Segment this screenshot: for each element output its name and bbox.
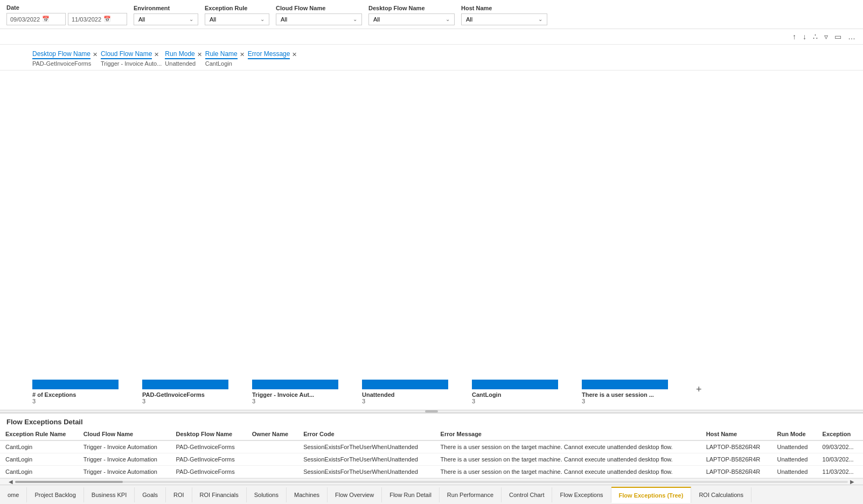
more-icon[interactable]: … bbox=[847, 31, 857, 42]
table-cell: LAPTOP-B5826R4R bbox=[701, 440, 772, 453]
column-chip: Desktop Flow Name ✕ PAD-GetInvoiceForms bbox=[32, 50, 98, 67]
sort-asc-icon[interactable]: ↑ bbox=[791, 31, 797, 42]
bar-col: PAD-GetInvoiceForms 3 bbox=[142, 380, 228, 404]
column-chip-header: Desktop Flow Name ✕ bbox=[32, 50, 98, 59]
desktop-flow-select[interactable]: All ⌄ bbox=[368, 13, 455, 25]
detail-header-row: Exception Rule NameCloud Flow NameDeskto… bbox=[0, 428, 863, 440]
tab-run-performance[interactable]: Run Performance bbox=[440, 487, 502, 502]
cloud-flow-filter-group: Cloud Flow Name All ⌄ bbox=[276, 5, 362, 25]
table-cell: 10/03/202... bbox=[817, 453, 863, 466]
cloud-flow-chevron: ⌄ bbox=[353, 16, 357, 22]
tab-flow-overview[interactable]: Flow Overview bbox=[328, 487, 382, 502]
table-cell: There is a user session on the target ma… bbox=[435, 466, 701, 478]
exception-rule-label: Exception Rule bbox=[205, 5, 269, 11]
detail-table-body: CantLoginTrigger - Invoice AutomationPAD… bbox=[0, 440, 863, 478]
table-header-cell: Exception Rule Name bbox=[0, 428, 78, 440]
detail-title: Flow Exceptions Detail bbox=[0, 414, 863, 428]
date-end-input[interactable]: 11/03/2022 📅 bbox=[68, 13, 127, 25]
export-icon[interactable]: ▭ bbox=[833, 31, 843, 42]
table-cell: LAPTOP-B5826R4R bbox=[701, 466, 772, 478]
table-row[interactable]: CantLoginTrigger - Invoice AutomationPAD… bbox=[0, 466, 863, 478]
column-chip: Run Mode ✕ Unattended bbox=[165, 50, 201, 67]
scroll-left-arrow[interactable]: ◀ bbox=[6, 479, 15, 485]
upper-section: Desktop Flow Name ✕ PAD-GetInvoiceForms … bbox=[0, 45, 863, 410]
table-cell: PAD-GetInvoiceForms bbox=[171, 440, 247, 453]
tab-project-backlog[interactable]: Project Backlog bbox=[27, 487, 83, 502]
desktop-flow-value: All bbox=[373, 16, 380, 23]
bar-1[interactable] bbox=[142, 380, 228, 389]
tab-flow-exceptions-tree[interactable]: Flow Exceptions (Tree) bbox=[611, 487, 692, 503]
column-chip-header: Error Message ✕ bbox=[248, 50, 297, 59]
bar-col: Trigger - Invoice Aut... 3 bbox=[252, 380, 338, 404]
table-header-cell: Desktop Flow Name bbox=[171, 428, 247, 440]
bar-count-4: 3 bbox=[472, 398, 475, 404]
tab-control-chart[interactable]: Control Chart bbox=[502, 487, 552, 502]
table-cell: LAPTOP-B5826R4R bbox=[701, 453, 772, 466]
environment-label: Environment bbox=[134, 5, 198, 11]
tab-roi-calculations[interactable]: ROI Calculations bbox=[691, 487, 751, 502]
tab-roi-financials[interactable]: ROI Financials bbox=[192, 487, 247, 502]
column-chip-header: Rule Name ✕ bbox=[205, 50, 245, 59]
column-chip-label: Cloud Flow Name bbox=[101, 50, 152, 59]
tab-solutions[interactable]: Solutions bbox=[247, 487, 287, 502]
tab-flow-exceptions[interactable]: Flow Exceptions bbox=[552, 487, 611, 502]
sort-desc-icon[interactable]: ↓ bbox=[802, 31, 808, 42]
bar-4[interactable] bbox=[472, 380, 558, 389]
tab-ome[interactable]: ome bbox=[0, 487, 27, 502]
exception-rule-select[interactable]: All ⌄ bbox=[205, 13, 269, 25]
tab-business-kpi[interactable]: Business KPI bbox=[84, 487, 135, 502]
tab-roi[interactable]: ROI bbox=[166, 487, 192, 502]
bar-label-3: Unattended bbox=[362, 391, 395, 398]
tab-flow-run-detail[interactable]: Flow Run Detail bbox=[382, 487, 440, 502]
table-header-cell: Run Mode bbox=[772, 428, 817, 440]
table-header-cell: Exception bbox=[817, 428, 863, 440]
scroll-right-arrow[interactable]: ▶ bbox=[848, 479, 857, 485]
environment-chevron: ⌄ bbox=[189, 16, 193, 22]
table-cell: 09/03/202... bbox=[817, 440, 863, 453]
scroll-bar[interactable]: ◀ ▶ bbox=[0, 478, 863, 485]
environment-select[interactable]: All ⌄ bbox=[134, 13, 198, 25]
cloud-flow-filter-label: Cloud Flow Name bbox=[276, 5, 362, 11]
column-chip-value: Trigger - Invoice Auto... bbox=[101, 60, 162, 67]
desktop-flow-filter-group: Desktop Flow Name All ⌄ bbox=[368, 5, 455, 25]
bar-2[interactable] bbox=[252, 380, 338, 389]
table-cell: CantLogin bbox=[0, 466, 78, 478]
bars-container: # of Exceptions 3 PAD-GetInvoiceForms 3 … bbox=[32, 380, 831, 404]
column-chip-close[interactable]: ✕ bbox=[197, 51, 202, 58]
group-icon[interactable]: ∴ bbox=[812, 31, 819, 42]
column-chip-close[interactable]: ✕ bbox=[292, 51, 297, 58]
add-column-button[interactable]: + bbox=[696, 384, 702, 395]
filter-bar: Date 09/03/2022 📅 11/03/2022 📅 Environme… bbox=[0, 0, 863, 29]
table-cell: SessionExistsForTheUserWhenUnattended bbox=[298, 440, 435, 453]
active-columns-row: Desktop Flow Name ✕ PAD-GetInvoiceForms … bbox=[0, 45, 863, 71]
table-cell: PAD-GetInvoiceForms bbox=[171, 453, 247, 466]
scroll-thumb[interactable] bbox=[15, 481, 123, 483]
column-chip-close[interactable]: ✕ bbox=[93, 51, 98, 58]
detail-table-head: Exception Rule NameCloud Flow NameDeskto… bbox=[0, 428, 863, 440]
cloud-flow-select[interactable]: All ⌄ bbox=[276, 13, 362, 25]
date-start-input[interactable]: 09/03/2022 📅 bbox=[6, 13, 66, 25]
column-chip-close[interactable]: ✕ bbox=[154, 51, 159, 58]
host-name-select[interactable]: All ⌄ bbox=[461, 13, 547, 25]
tab-goals[interactable]: Goals bbox=[135, 487, 166, 502]
bar-5[interactable] bbox=[582, 380, 668, 389]
host-name-value: All bbox=[466, 16, 472, 23]
toolbar: ↑ ↓ ∴ ▿ ▭ … bbox=[0, 29, 863, 45]
environment-value: All bbox=[138, 16, 145, 23]
filter-icon[interactable]: ▿ bbox=[823, 31, 829, 42]
bar-0[interactable] bbox=[32, 380, 119, 389]
date-filter-group: Date 09/03/2022 📅 11/03/2022 📅 bbox=[6, 4, 127, 25]
table-cell: Unattended bbox=[772, 466, 817, 478]
table-header-cell: Owner Name bbox=[247, 428, 298, 440]
bar-3[interactable] bbox=[362, 380, 448, 389]
calendar-icon[interactable]: 📅 bbox=[42, 16, 50, 23]
column-chip-close[interactable]: ✕ bbox=[240, 51, 245, 58]
desktop-flow-chevron: ⌄ bbox=[446, 16, 450, 22]
exception-rule-chevron: ⌄ bbox=[260, 16, 265, 22]
calendar-icon-end[interactable]: 📅 bbox=[103, 16, 111, 23]
table-row[interactable]: CantLoginTrigger - Invoice AutomationPAD… bbox=[0, 440, 863, 453]
divider-handle bbox=[425, 410, 438, 412]
column-chip-header: Cloud Flow Name ✕ bbox=[101, 50, 162, 59]
table-row[interactable]: CantLoginTrigger - Invoice AutomationPAD… bbox=[0, 453, 863, 466]
tab-machines[interactable]: Machines bbox=[287, 487, 328, 502]
